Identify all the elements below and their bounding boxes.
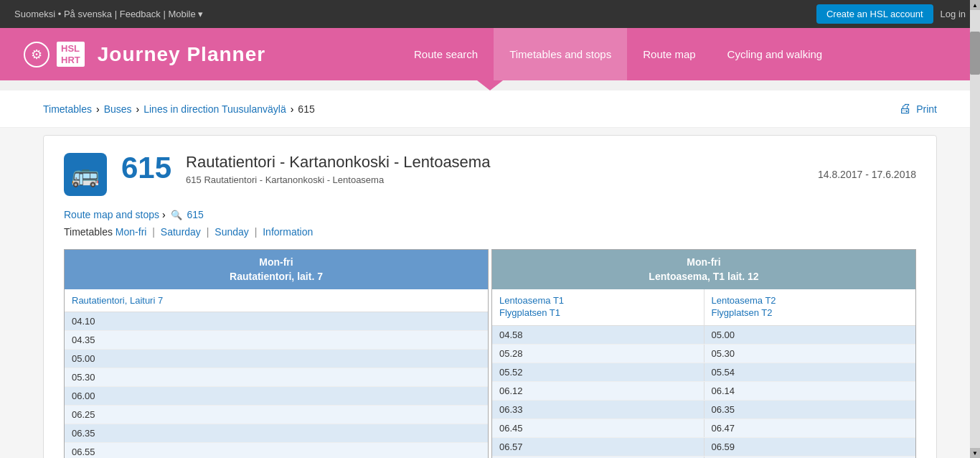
time-cell-t1: 06.12 <box>492 382 705 400</box>
site-title: Journey Planner <box>98 43 265 66</box>
nav-cycling-walking[interactable]: Cycling and walking <box>712 28 839 80</box>
line-sub-number: 615 <box>186 174 202 185</box>
tab-information[interactable]: Information <box>263 226 313 238</box>
line-header: 🚌 615 Rautatientori - Kartanonkoski - Le… <box>64 153 916 196</box>
mobile-link[interactable]: Mobile <box>168 9 195 19</box>
left-time-row: 06.00 <box>65 387 488 406</box>
print-icon: 🖨 <box>899 101 912 116</box>
right-header-line1: Mon-fri Lentoasema, T1 lait. 12 <box>496 256 911 284</box>
bus-icon-box: 🚌 <box>64 153 107 196</box>
breadcrumb-sep-1: › <box>96 103 100 115</box>
route-map-stops-link[interactable]: Route map and stops <box>64 209 159 220</box>
breadcrumb-lines[interactable]: Lines in direction Tuusulanväylä <box>143 103 286 115</box>
top-bar: Suomeksi • På svenska | Feedback | Mobil… <box>0 0 980 28</box>
main-content: 🚌 615 Rautatientori - Kartanonkoski - Le… <box>43 135 937 458</box>
dot-sep: • <box>58 9 62 19</box>
timetable-right: Mon-fri Lentoasema, T1 lait. 12 Lentoase… <box>491 249 916 458</box>
time-cell-t1: 05.28 <box>492 345 705 363</box>
line-search-link[interactable]: 615 <box>187 209 203 220</box>
stop-header-t1[interactable]: Lentoasema T1 Flygplatsen T1 <box>492 289 705 326</box>
lang-fi-link[interactable]: Suomeksi <box>14 9 55 19</box>
print-label: Print <box>916 103 937 115</box>
right-time-row: 06.1206.14 <box>492 382 915 401</box>
main-nav: Route search Timetables and stops Route … <box>280 28 956 80</box>
breadcrumb-buses[interactable]: Buses <box>104 103 132 115</box>
breadcrumb-sep-3: › <box>291 103 294 115</box>
stop-header-t2[interactable]: Lentoasema T2 Flygplatsen T2 <box>705 289 916 326</box>
time-cell-t2: 06.47 <box>705 419 916 437</box>
scroll-up-button[interactable]: ▲ <box>970 0 980 10</box>
left-time-row: 05.30 <box>65 368 488 387</box>
time-cell-t2: 05.00 <box>705 326 916 344</box>
right-time-row: 06.5706.59 <box>492 438 915 457</box>
print-button[interactable]: 🖨 Print <box>899 101 937 116</box>
left-col-header: Mon-fri Rautatientori, lait. 7 <box>65 250 488 289</box>
logo-area[interactable]: ⚙ HSL HRT Journey Planner <box>24 29 280 80</box>
line-sub: 615 Rautatientori - Kartanonkoski - Lent… <box>186 174 804 185</box>
time-cell-t1: 04.58 <box>492 326 705 344</box>
time-cell-t2: 05.54 <box>705 363 916 381</box>
time-cell-t1: 06.33 <box>492 401 705 419</box>
create-account-button[interactable]: Create an HSL account <box>816 4 933 24</box>
time-cell-t2: 06.59 <box>705 438 916 456</box>
line-info: Rautatientori - Kartanonkoski - Lentoase… <box>186 153 804 185</box>
login-button[interactable]: Log in <box>941 9 966 19</box>
left-header-line1: Mon-fri <box>69 256 484 270</box>
mobile-arrow-icon[interactable]: ▾ <box>198 9 203 19</box>
left-time-row: 05.00 <box>65 350 488 368</box>
left-time-row: 06.55 <box>65 443 488 458</box>
right-stop-headers: Lentoasema T1 Flygplatsen T1 Lentoasema … <box>492 289 915 326</box>
search-icon: 🔍 <box>171 210 182 220</box>
line-dates: 14.8.2017 - 17.6.2018 <box>818 169 916 180</box>
time-cell-t2: 06.14 <box>705 382 916 400</box>
line-number: 615 <box>121 153 171 183</box>
line-name: Rautatientori - Kartanonkoski - Lentoase… <box>186 153 804 172</box>
right-time-row: 05.2805.30 <box>492 345 915 363</box>
left-times: 04.1004.3505.0005.3006.0006.2506.3506.55… <box>65 312 488 458</box>
nav-route-search[interactable]: Route search <box>398 28 494 80</box>
breadcrumb-sep-2: › <box>136 103 140 115</box>
right-time-row: 05.5205.54 <box>492 363 915 382</box>
top-bar-left: Suomeksi • På svenska | Feedback | Mobil… <box>14 9 203 19</box>
right-time-row: 06.4506.47 <box>492 419 915 438</box>
line-sub-route: Rautatientori - Kartanonkoski - Lentoase… <box>204 174 384 185</box>
tab-sunday[interactable]: Sunday <box>215 226 248 238</box>
time-cell-t2: 05.30 <box>705 345 916 363</box>
scrollbar-track[interactable] <box>970 10 980 448</box>
scrollbar-thumb[interactable] <box>970 32 980 75</box>
left-time-row: 04.35 <box>65 331 488 350</box>
scroll-down-button[interactable]: ▼ <box>970 448 980 458</box>
right-times: 04.5805.0005.2805.3005.5205.5406.1206.14… <box>492 326 915 458</box>
breadcrumb-timetables[interactable]: Timetables <box>43 103 92 115</box>
logo-hsl-badge: HSL HRT <box>57 42 85 67</box>
nav-route-map[interactable]: Route map <box>627 28 711 80</box>
feedback-link[interactable]: Feedback <box>120 9 161 19</box>
time-cell-t1: 06.57 <box>492 438 705 456</box>
left-time-row: 06.35 <box>65 424 488 443</box>
timetable-tabs: Timetables Mon-fri | Saturday | Sunday |… <box>64 226 916 238</box>
right-col-header: Mon-fri Lentoasema, T1 lait. 12 <box>492 250 915 289</box>
tab-mon-fri[interactable]: Mon-fri <box>116 226 147 238</box>
top-bar-right: Create an HSL account Log in <box>816 4 966 24</box>
breadcrumb-area: Timetables › Buses › Lines in direction … <box>0 90 980 128</box>
time-cell-t1: 05.52 <box>492 363 705 381</box>
tab-saturday[interactable]: Saturday <box>161 226 201 238</box>
bus-icon: 🚌 <box>71 161 100 188</box>
sep1: | <box>115 9 120 19</box>
scrollbar[interactable]: ▲ ▼ <box>970 0 980 458</box>
left-header-line2: Rautatientori, lait. 7 <box>69 270 484 284</box>
left-time-row: 04.10 <box>65 312 488 331</box>
left-time-row: 06.25 <box>65 406 488 424</box>
logo-gear-icon: ⚙ <box>24 42 50 67</box>
nav-timetables-stops[interactable]: Timetables and stops <box>494 28 627 80</box>
right-time-row: 04.5805.00 <box>492 326 915 345</box>
left-stop-header[interactable]: Rautatientori, Laituri 7 <box>65 289 488 312</box>
timetable-wrapper: Mon-fri Rautatientori, lait. 7 Rautatien… <box>64 249 916 458</box>
route-links: Route map and stops › 🔍 615 <box>64 209 916 220</box>
lang-sv-link[interactable]: På svenska <box>64 9 112 19</box>
time-cell-t2: 06.35 <box>705 401 916 419</box>
breadcrumb: Timetables › Buses › Lines in direction … <box>43 103 315 115</box>
breadcrumb-current: 615 <box>298 103 314 115</box>
main-header: ⚙ HSL HRT Journey Planner Route search T… <box>0 28 980 80</box>
right-time-row: 06.3306.35 <box>492 401 915 419</box>
